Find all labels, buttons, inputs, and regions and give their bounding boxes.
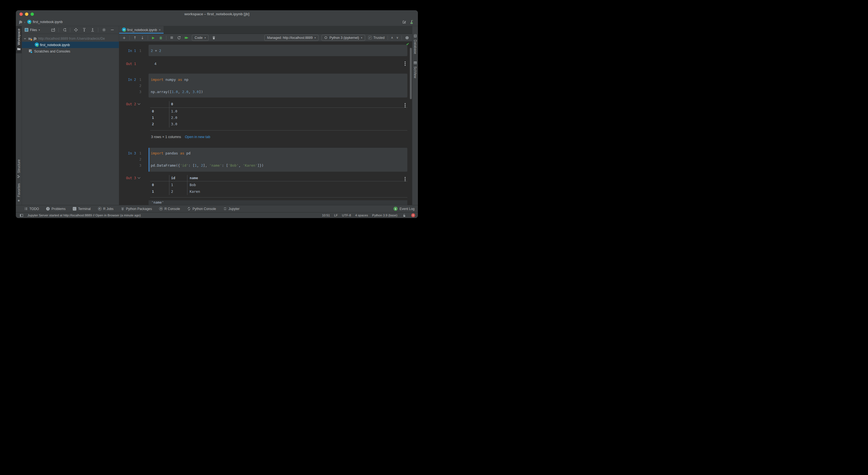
tool-window-button-python-packages[interactable]: Python Packages <box>121 207 152 211</box>
expand-all-icon[interactable] <box>81 27 87 33</box>
refresh-icon[interactable] <box>62 27 67 33</box>
debug-cell-bug-icon[interactable] <box>159 35 163 40</box>
line-number: 1 <box>136 77 141 83</box>
notifications-flask-icon[interactable] <box>409 19 414 25</box>
line-separator-widget[interactable]: LF <box>334 214 338 217</box>
zoom-window-button[interactable] <box>31 12 34 16</box>
edit-pencil-icon[interactable] <box>402 19 407 25</box>
kernel-circle-icon <box>324 36 328 39</box>
tree-root-label: jb <box>34 37 37 40</box>
tool-window-button-todo[interactable]: TODO <box>24 207 39 211</box>
breadcrumb-file[interactable]: first_notebook.ipynb <box>33 20 62 24</box>
line-number: 1 <box>136 48 141 54</box>
ipynb-file-icon: IP <box>35 43 38 47</box>
indent-widget[interactable]: 4 spaces <box>355 214 368 217</box>
restart-kernel-icon[interactable] <box>177 35 181 40</box>
tool-window-tab-workspace[interactable]: Workspace <box>16 26 22 53</box>
stop-kernel-icon[interactable] <box>169 35 174 40</box>
open-in-new-tab-link[interactable]: Open in new tab <box>185 134 210 140</box>
chevron-down-icon[interactable] <box>24 37 26 40</box>
r-console-label: R Console <box>164 207 180 211</box>
open-in-browser-globe-icon[interactable] <box>405 35 409 40</box>
run-all-cells-icon[interactable]: ▶▶ <box>184 35 189 40</box>
tool-window-tab-structure[interactable]: Structure <box>16 157 22 181</box>
tool-window-button-jupyter[interactable]: Jupyter <box>223 207 239 211</box>
add-cell-icon[interactable]: + <box>122 35 126 40</box>
kernel-value: Python 3 (ipykernel) <box>329 36 359 40</box>
close-window-button[interactable] <box>20 12 23 16</box>
run-cell-icon[interactable]: ▶ <box>151 35 155 40</box>
encoding-widget[interactable]: UTF-8 <box>342 214 351 217</box>
locate-target-icon[interactable] <box>73 27 79 33</box>
tool-window-tab-sciview[interactable]: SciView <box>413 61 417 78</box>
cell-2-out-label: Out 2 <box>119 101 136 107</box>
next-cell-icon[interactable]: ∨ <box>396 36 399 39</box>
collapse-output-chevron-icon[interactable] <box>138 102 141 105</box>
partial-cell[interactable] <box>149 200 407 205</box>
files-panel-toolbar <box>50 27 115 33</box>
jupyter-server-dropdown[interactable]: Managed: http://localhost:8889 ▾ <box>265 35 319 41</box>
interpreter-widget[interactable]: Python 3.9 (base) <box>372 214 397 217</box>
tab-first-notebook[interactable]: IP first_notebook.ipynb × <box>119 26 163 34</box>
hide-panel-minus-icon[interactable] <box>110 27 115 33</box>
database-tab-label: Database <box>413 40 417 54</box>
editor-scrollbar[interactable] <box>410 48 412 99</box>
code-line[interactable]: 2 + 2 <box>151 48 161 54</box>
move-cell-down-icon[interactable]: ↓ <box>140 35 145 40</box>
database-icon <box>413 34 417 38</box>
minimize-window-button[interactable] <box>25 12 28 16</box>
table-cell: 0 <box>152 182 154 188</box>
code-line[interactable]: pd.DataFrame({'id': [1, 2], 'name': ['Bo… <box>151 162 264 169</box>
notebook-canvas[interactable]: ✔ In 1 1 2 + 2 Out 1 4 In 2 1 2 3 import… <box>119 42 412 205</box>
cell-1-in-label: In 1 <box>119 48 136 54</box>
previous-cell-icon[interactable]: ∧ <box>391 36 393 39</box>
files-panel-title[interactable]: Files <box>30 28 37 32</box>
files-dropdown-caret-icon[interactable]: ▾ <box>39 29 40 31</box>
code-cell-1[interactable] <box>149 45 407 56</box>
collapse-all-icon[interactable] <box>90 27 95 33</box>
breadcrumb-project[interactable]: jb <box>19 20 22 24</box>
delete-cell-trash-icon[interactable] <box>212 35 216 40</box>
tool-window-button-r-console[interactable]: R R Console <box>159 207 180 211</box>
status-message[interactable]: Jupyter Server started at http://localho… <box>28 214 141 217</box>
tree-row-notebook[interactable]: IP first_notebook.ipynb <box>22 42 119 48</box>
close-tab-icon[interactable]: × <box>159 28 161 32</box>
code-line[interactable]: import pandas as pd <box>151 150 190 156</box>
workspace-folder-icon <box>17 47 21 51</box>
unlocked-lock-icon[interactable] <box>402 212 407 218</box>
tree-row-scratches[interactable]: › Scratches and Consoles <box>22 48 119 54</box>
title-bar[interactable]: workspace – first_notebook.ipynb [jb] <box>16 10 418 18</box>
event-log-badge: 1 <box>394 207 398 211</box>
dataframe-dimensions: 3 rows × 1 columns <box>151 134 181 140</box>
settings-gear-icon[interactable] <box>101 27 106 33</box>
toggle-tool-windows-icon[interactable] <box>19 212 24 218</box>
new-folder-icon[interactable] <box>50 27 56 33</box>
collapse-output-chevron-icon[interactable] <box>138 176 141 179</box>
tool-window-button-python-console[interactable]: Python Console <box>187 207 216 211</box>
dropdown-caret-icon: ▾ <box>361 36 362 39</box>
r-jobs-label: R Jobs <box>103 207 114 211</box>
tool-window-button-terminal[interactable]: ›_ Terminal <box>73 207 91 211</box>
kernel-dropdown[interactable]: Python 3 (ipykernel) ▾ <box>321 35 365 41</box>
trusted-checkbox[interactable]: ✓ Trusted <box>368 36 384 40</box>
event-log-button[interactable]: 1 Event Log <box>394 207 414 211</box>
files-panel-header: Files ▾ <box>22 26 119 34</box>
tool-window-tab-favorites[interactable]: Favorites ★ <box>16 181 22 205</box>
output-1-kebab-menu-icon[interactable] <box>403 61 407 66</box>
tool-window-tab-database[interactable]: Database <box>413 34 417 54</box>
tree-row-root[interactable]: jb http://localhost:8889 from /Users/dra… <box>22 35 119 42</box>
problems-label: Problems <box>51 207 65 211</box>
cell-type-dropdown[interactable]: Code ▾ <box>192 35 209 41</box>
tool-window-button-r-jobs[interactable]: R R Jobs <box>98 207 114 211</box>
code-line[interactable]: np.array([1.0, 2.0, 3.0]) <box>151 89 203 95</box>
move-cell-up-icon[interactable]: ↑ <box>133 35 137 40</box>
error-indicator-icon[interactable]: ! <box>411 213 415 217</box>
ide-window: workspace – first_notebook.ipynb [jb] jb… <box>16 10 418 218</box>
output-2-kebab-menu-icon[interactable] <box>403 103 407 108</box>
tool-window-button-problems[interactable]: ! Problems <box>46 207 65 211</box>
code-line[interactable]: import numpy as np <box>151 77 188 83</box>
r-icon: R <box>98 207 102 211</box>
notebook-toolbar: + ↑ ↓ ▶ ▶▶ Code ▾ <box>119 34 412 42</box>
output-3-kebab-menu-icon[interactable] <box>403 177 407 181</box>
cell-1-out-label: Out 1 <box>119 61 136 67</box>
